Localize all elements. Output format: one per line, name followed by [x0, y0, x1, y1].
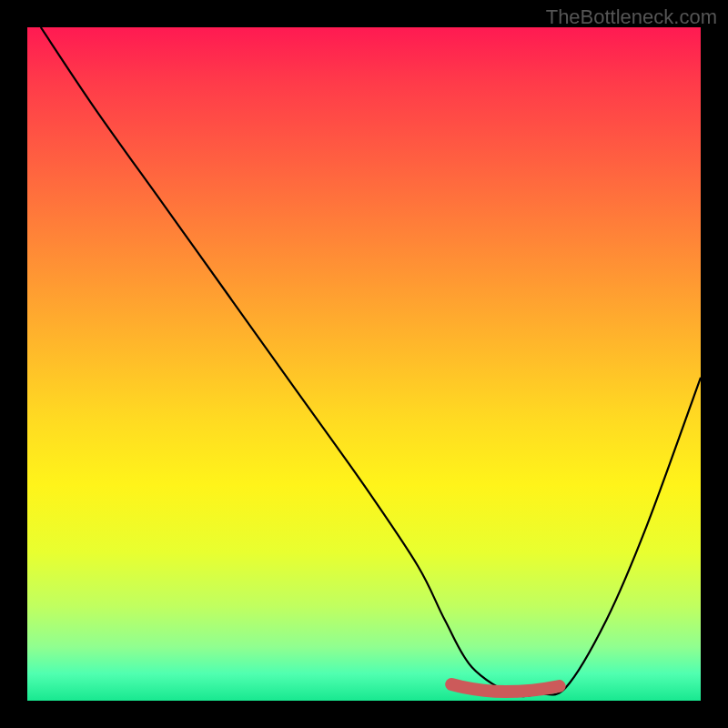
bottleneck-curve	[41, 27, 701, 696]
optimal-range-marker	[451, 684, 559, 692]
watermark-text: TheBottleneck.com	[546, 5, 717, 29]
chart-svg	[27, 27, 701, 701]
plot-area	[27, 27, 701, 701]
